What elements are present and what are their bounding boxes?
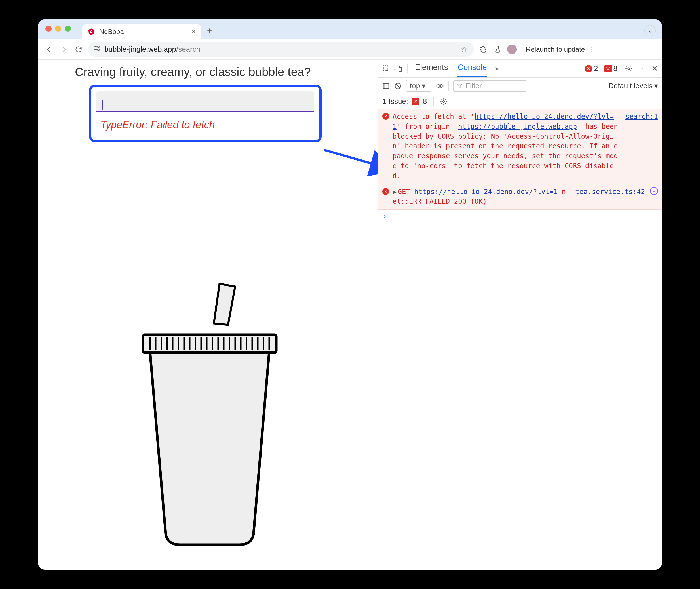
- clear-console-icon[interactable]: [394, 82, 402, 90]
- browser-tab[interactable]: NgBoba ✕: [82, 24, 201, 39]
- expand-chevron-icon[interactable]: ⌄: [644, 25, 656, 36]
- content-area: Craving fruity, creamy, or classic bubbl…: [38, 59, 662, 570]
- favicon-icon: [87, 28, 95, 36]
- inspect-icon[interactable]: [382, 65, 390, 73]
- disclosure-triangle-icon[interactable]: ▶: [393, 188, 397, 196]
- chevron-down-icon: ▾: [654, 81, 658, 90]
- boba-cup-illustration: [123, 272, 293, 556]
- warning-count-badge[interactable]: ✕8: [605, 64, 618, 73]
- labs-icon[interactable]: [492, 44, 503, 55]
- svg-line-35: [396, 84, 400, 88]
- ai-explain-icon[interactable]: ✦: [650, 187, 658, 195]
- console-source-link[interactable]: search:1: [625, 112, 658, 181]
- console-error-row[interactable]: ✕ ▶GET https://hello-io-24.deno.dev/?lvl…: [378, 184, 662, 210]
- svg-line-4: [324, 150, 378, 170]
- web-page: Craving fruity, creamy, or classic bubbl…: [38, 59, 378, 570]
- bookmark-star-icon[interactable]: ☆: [460, 44, 468, 54]
- profile-avatar[interactable]: [507, 44, 517, 54]
- back-button[interactable]: [44, 44, 54, 55]
- error-count-badge[interactable]: ✕2: [585, 64, 598, 73]
- console-message-text: Access to fetch at 'https://hello-io-24.…: [393, 112, 620, 181]
- devtools-kebab-icon[interactable]: ⋮: [639, 64, 646, 73]
- devtools-tab-elements[interactable]: Elements: [414, 60, 449, 77]
- console-toolbar: top▾ Filter Default levels▾: [378, 78, 662, 94]
- console-error-row[interactable]: ✕ Access to fetch at 'https://hello-io-2…: [378, 109, 662, 184]
- maximize-window-button[interactable]: [65, 25, 71, 32]
- context-selector[interactable]: top▾: [406, 80, 431, 91]
- console-source-link[interactable]: tea.service.ts:42: [575, 187, 645, 207]
- extensions-icon[interactable]: [478, 44, 488, 55]
- minimize-window-button[interactable]: [55, 25, 61, 32]
- svg-rect-5: [143, 335, 276, 352]
- console-message-text: ▶GET https://hello-io-24.deno.dev/?lvl=1…: [393, 187, 569, 207]
- devtools-close-icon[interactable]: ✕: [652, 64, 658, 73]
- svg-rect-30: [399, 67, 402, 72]
- relaunch-update-button[interactable]: Relaunch to update ⋮: [521, 42, 600, 57]
- reload-button[interactable]: [73, 44, 84, 55]
- browser-window: NgBoba ✕ ＋ ⌄ bubble-jingle.web.app/searc…: [38, 19, 662, 570]
- chevron-down-icon: ▾: [422, 81, 426, 90]
- search-input[interactable]: [103, 100, 308, 110]
- svg-point-31: [628, 67, 630, 69]
- devtools-settings-icon[interactable]: [625, 65, 633, 73]
- funnel-icon: [457, 83, 463, 89]
- url-text: bubble-jingle.web.app/search: [104, 45, 456, 54]
- annotation-highlight: TypeError: Failed to fetch: [89, 84, 322, 142]
- kebab-menu-icon[interactable]: ⋮: [588, 45, 595, 53]
- fetch-error-message: TypeError: Failed to fetch: [96, 112, 314, 134]
- error-icon: ✕: [382, 113, 389, 120]
- log-levels-selector[interactable]: Default levels▾: [609, 81, 658, 90]
- forward-button[interactable]: [58, 44, 69, 55]
- svg-point-36: [439, 85, 441, 87]
- devtools-tab-console[interactable]: Console: [457, 60, 488, 77]
- tab-strip: NgBoba ✕ ＋ ⌄: [38, 19, 662, 39]
- svg-rect-33: [383, 83, 385, 88]
- svg-rect-0: [94, 46, 97, 47]
- site-settings-icon[interactable]: [93, 45, 100, 54]
- svg-point-37: [442, 101, 444, 103]
- device-toggle-icon[interactable]: [394, 65, 402, 72]
- address-bar[interactable]: bubble-jingle.web.app/search ☆: [88, 42, 474, 57]
- issues-settings-icon[interactable]: [440, 98, 447, 105]
- console-link[interactable]: https://hello-io-24.deno.dev/?lvl=1: [414, 188, 557, 196]
- annotation-arrow: [324, 145, 378, 176]
- text-caret: [102, 100, 103, 110]
- console-link[interactable]: https://bubble-jingle.web.app: [458, 123, 577, 131]
- console-filter-input[interactable]: Filter: [453, 80, 527, 91]
- page-heading: Craving fruity, creamy, or classic bubbl…: [75, 65, 378, 79]
- window-controls: [45, 25, 71, 32]
- console-prompt[interactable]: ›: [378, 210, 662, 223]
- new-tab-button[interactable]: ＋: [205, 25, 214, 36]
- issue-badge-icon: ✕: [412, 98, 419, 105]
- close-window-button[interactable]: [45, 25, 52, 32]
- live-expression-icon[interactable]: [436, 82, 444, 89]
- issues-bar[interactable]: 1 Issue: ✕ 8: [378, 94, 662, 109]
- devtools-panel: Elements Console » ✕2 ✕8 ⋮ ✕ top▾: [378, 59, 662, 570]
- console-sidebar-toggle-icon[interactable]: [382, 82, 390, 90]
- browser-toolbar: bubble-jingle.web.app/search ☆ Relaunch …: [38, 39, 662, 59]
- svg-rect-1: [94, 49, 97, 50]
- search-field-wrap: [96, 91, 314, 112]
- devtools-header: Elements Console » ✕2 ✕8 ⋮ ✕: [378, 59, 662, 78]
- devtools-more-tabs-icon[interactable]: »: [495, 64, 499, 73]
- error-icon: ✕: [382, 188, 389, 195]
- svg-point-2: [97, 46, 99, 48]
- svg-point-3: [97, 49, 99, 50]
- tab-close-icon[interactable]: ✕: [191, 28, 196, 35]
- console-messages: ✕ Access to fetch at 'https://hello-io-2…: [378, 109, 662, 570]
- tab-title: NgBoba: [99, 28, 187, 36]
